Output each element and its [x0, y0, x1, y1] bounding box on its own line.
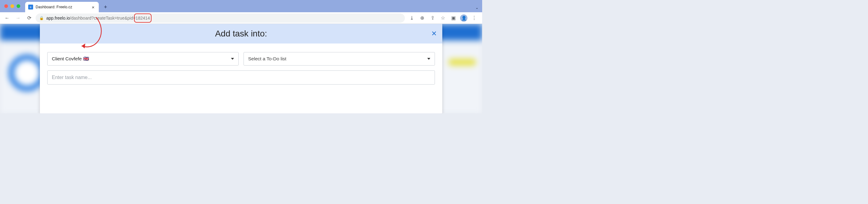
url-domain: app.freelo.io [46, 15, 70, 21]
avatar-icon: 👤 [460, 14, 467, 22]
url-path-prefix: /dashboard?createTask=true&pid= [70, 15, 135, 21]
share-icon[interactable]: ⇪ [428, 13, 437, 23]
minimize-window-icon[interactable] [10, 4, 14, 8]
url-pid: 182414 [135, 15, 150, 21]
todo-list-select[interactable]: Select a To-Do list [244, 52, 435, 66]
browser-chrome: ≡ Dashboard: Freelo.cz × + ⌄ ← → ⟳ 🔒 app… [0, 0, 482, 24]
client-select-value: Client Covfefe 🇬🇧 [52, 56, 89, 62]
tab-favicon: ≡ [28, 5, 33, 9]
zoom-icon[interactable]: ⊕ [417, 13, 427, 23]
url-text: app.freelo.io/dashboard?createTask=true&… [46, 15, 150, 21]
toolbar-right-icons: ⤓ ⊕ ⇪ ☆ ▣ 👤 ⋮ [407, 13, 480, 23]
maximize-window-icon[interactable] [17, 4, 20, 8]
star-icon[interactable]: ☆ [438, 13, 448, 23]
modal-body: Client Covfefe 🇬🇧 Select a To-Do list [40, 43, 442, 92]
todo-list-select-placeholder: Select a To-Do list [248, 56, 286, 62]
tab-title: Dashboard: Freelo.cz [36, 5, 88, 9]
close-tab-icon[interactable]: × [91, 5, 96, 9]
modal-header: Add task into: ✕ [40, 24, 442, 43]
tab-overflow-icon[interactable]: ⌄ [475, 5, 478, 10]
new-tab-button[interactable]: + [101, 3, 110, 11]
address-bar[interactable]: 🔒 app.freelo.io/dashboard?createTask=tru… [36, 13, 405, 23]
forward-button[interactable]: → [13, 13, 23, 23]
kebab-menu-icon[interactable]: ⋮ [469, 13, 479, 23]
caret-down-icon [427, 58, 430, 60]
tab-strip: ≡ Dashboard: Freelo.cz × + ⌄ [0, 0, 482, 12]
modal-close-button[interactable]: ✕ [431, 30, 437, 38]
add-task-modal: Add task into: ✕ Client Covfefe 🇬🇧 Selec… [40, 24, 442, 113]
download-icon[interactable]: ⤓ [407, 13, 416, 23]
window-controls [3, 0, 23, 12]
profile-button[interactable]: 👤 [459, 13, 469, 23]
side-panel-icon[interactable]: ▣ [448, 13, 458, 23]
close-window-icon[interactable] [4, 4, 8, 8]
active-tab[interactable]: ≡ Dashboard: Freelo.cz × [25, 2, 99, 12]
client-select[interactable]: Client Covfefe 🇬🇧 [47, 52, 239, 66]
modal-title: Add task into: [215, 29, 267, 39]
task-name-input[interactable] [52, 75, 430, 80]
back-button[interactable]: ← [2, 13, 12, 23]
task-name-field[interactable] [47, 70, 435, 84]
lock-icon: 🔒 [39, 16, 44, 20]
browser-toolbar: ← → ⟳ 🔒 app.freelo.io/dashboard?createTa… [0, 12, 482, 24]
caret-down-icon [231, 58, 234, 60]
reload-button[interactable]: ⟳ [25, 13, 34, 23]
